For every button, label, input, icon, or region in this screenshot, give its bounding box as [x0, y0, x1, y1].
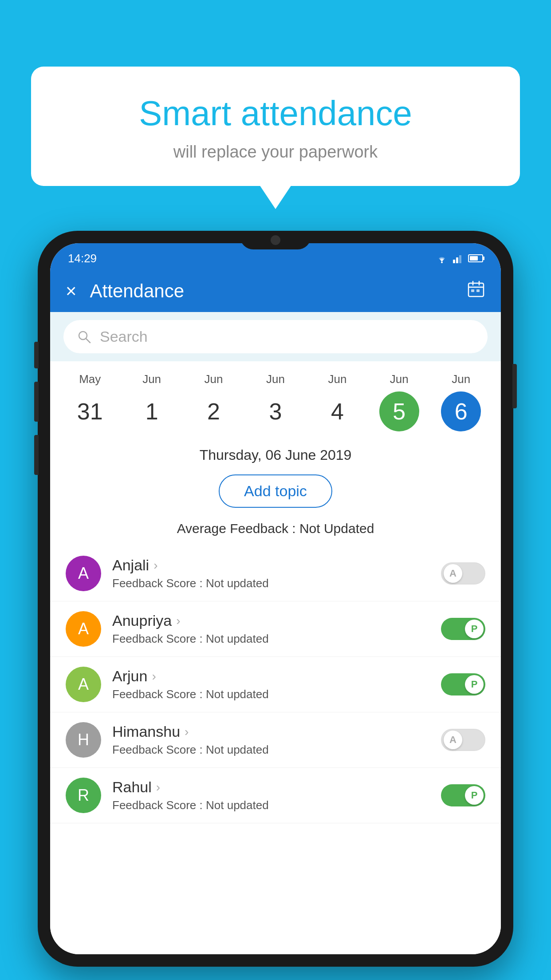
svg-rect-3: [459, 255, 461, 263]
feedback-label-3: Feedback Score :: [112, 743, 206, 756]
phone-frame: 14:29: [38, 231, 513, 967]
search-bar[interactable]: Search: [63, 320, 488, 353]
student-avatar-2: A: [66, 667, 101, 702]
cal-month-6: Jun: [452, 372, 470, 386]
svg-rect-4: [468, 283, 484, 296]
student-name-0: Anjali›: [112, 557, 430, 574]
student-item-2[interactable]: AArjun›Feedback Score : Not updatedP: [50, 657, 501, 712]
status-icons: [435, 253, 483, 263]
calendar-day-31[interactable]: May31: [68, 372, 112, 431]
cal-date-0: 31: [70, 391, 110, 431]
feedback-label-4: Feedback Score :: [112, 798, 206, 812]
calendar-icon[interactable]: [467, 280, 485, 302]
feedback-score-3: Feedback Score : Not updated: [112, 743, 430, 757]
cal-date-6: 6: [441, 391, 481, 431]
student-name-text-0: Anjali: [112, 557, 149, 574]
cal-date-2: 2: [194, 391, 234, 431]
attendance-toggle-1[interactable]: P: [441, 618, 485, 640]
attendance-toggle-3[interactable]: A: [441, 729, 485, 751]
feedback-label-1: Feedback Score :: [112, 632, 206, 645]
signal-icon: [453, 253, 464, 263]
avg-feedback: Average Feedback : Not Updated: [50, 517, 501, 546]
chevron-icon-0: ›: [153, 558, 157, 573]
cal-month-0: May: [79, 372, 101, 386]
student-avatar-3: H: [66, 722, 101, 758]
student-info-3: Himanshu›Feedback Score : Not updated: [112, 723, 430, 757]
student-item-1[interactable]: AAnupriya›Feedback Score : Not updatedP: [50, 601, 501, 657]
svg-point-0: [441, 261, 443, 263]
search-container: Search: [50, 312, 501, 361]
search-icon: [77, 329, 92, 344]
calendar-day-5[interactable]: Jun5: [377, 372, 421, 431]
bubble-title: Smart attendance: [53, 93, 498, 134]
silent-button: [34, 435, 39, 475]
attendance-toggle-2[interactable]: P: [441, 673, 485, 695]
attendance-toggle-0[interactable]: A: [441, 562, 485, 585]
toggle-container-0: A: [441, 562, 485, 585]
avg-feedback-value: Not Updated: [299, 521, 374, 536]
student-name-3: Himanshu›: [112, 723, 430, 740]
app-title: Attendance: [90, 281, 467, 302]
student-name-text-3: Himanshu: [112, 723, 180, 740]
student-avatar-1: A: [66, 611, 101, 647]
toggle-container-2: P: [441, 673, 485, 695]
toggle-thumb-3: A: [444, 731, 462, 749]
feedback-label-0: Feedback Score :: [112, 577, 206, 590]
toggle-container-4: P: [441, 784, 485, 806]
toggle-container-1: P: [441, 618, 485, 640]
student-name-1: Anupriya›: [112, 612, 430, 629]
feedback-label-2: Feedback Score :: [112, 688, 206, 701]
student-avatar-0: A: [66, 556, 101, 591]
student-name-4: Rahul›: [112, 778, 430, 796]
add-topic-button[interactable]: Add topic: [219, 474, 332, 508]
calendar-day-4[interactable]: Jun4: [315, 372, 359, 431]
svg-line-11: [86, 339, 90, 343]
add-topic-container: Add topic: [50, 470, 501, 517]
calendar-strip: May31Jun1Jun2Jun3Jun4Jun5Jun6: [50, 361, 501, 438]
feedback-score-4: Feedback Score : Not updated: [112, 798, 430, 812]
student-info-2: Arjun›Feedback Score : Not updated: [112, 668, 430, 701]
volume-up-button: [34, 342, 39, 368]
feedback-value-0: Not updated: [206, 577, 269, 590]
avg-feedback-label: Average Feedback :: [177, 521, 299, 536]
close-button[interactable]: ×: [66, 281, 77, 302]
phone-container: 14:29: [38, 231, 513, 967]
svg-rect-1: [453, 260, 455, 263]
student-item-3[interactable]: HHimanshu›Feedback Score : Not updatedA: [50, 712, 501, 768]
svg-rect-9: [476, 289, 480, 292]
cal-month-5: Jun: [390, 372, 409, 386]
feedback-score-2: Feedback Score : Not updated: [112, 688, 430, 701]
student-item-0[interactable]: AAnjali›Feedback Score : Not updatedA: [50, 546, 501, 601]
calendar-day-1[interactable]: Jun1: [130, 372, 174, 431]
feedback-value-3: Not updated: [206, 743, 269, 756]
power-button: [512, 364, 517, 408]
toggle-thumb-1: P: [465, 620, 484, 638]
toggle-container-3: A: [441, 729, 485, 751]
toggle-thumb-2: P: [465, 675, 484, 694]
bubble-subtitle: will replace your paperwork: [53, 142, 498, 162]
cal-date-4: 4: [317, 391, 357, 431]
attendance-toggle-4[interactable]: P: [441, 784, 485, 806]
app-bar: × Attendance: [50, 270, 501, 312]
search-input[interactable]: Search: [100, 328, 148, 345]
wifi-icon: [435, 253, 449, 263]
chevron-icon-4: ›: [156, 780, 160, 794]
feedback-value-1: Not updated: [206, 632, 269, 645]
chevron-icon-3: ›: [185, 725, 189, 739]
toggle-thumb-0: A: [444, 564, 462, 583]
calendar-day-2[interactable]: Jun2: [192, 372, 236, 431]
toggle-thumb-4: P: [465, 786, 484, 805]
feedback-value-2: Not updated: [206, 688, 269, 701]
student-info-4: Rahul›Feedback Score : Not updated: [112, 778, 430, 812]
phone-notch: [240, 231, 311, 249]
student-info-1: Anupriya›Feedback Score : Not updated: [112, 612, 430, 646]
student-name-text-2: Arjun: [112, 668, 147, 685]
feedback-score-1: Feedback Score : Not updated: [112, 632, 430, 646]
calendar-day-6[interactable]: Jun6: [439, 372, 483, 431]
calendar-day-3[interactable]: Jun3: [253, 372, 298, 431]
phone-screen: 14:29: [50, 243, 501, 954]
chevron-icon-2: ›: [152, 669, 156, 684]
student-name-text-1: Anupriya: [112, 612, 172, 629]
speech-bubble-container: Smart attendance will replace your paper…: [31, 67, 520, 186]
student-item-4[interactable]: RRahul›Feedback Score : Not updatedP: [50, 768, 501, 823]
